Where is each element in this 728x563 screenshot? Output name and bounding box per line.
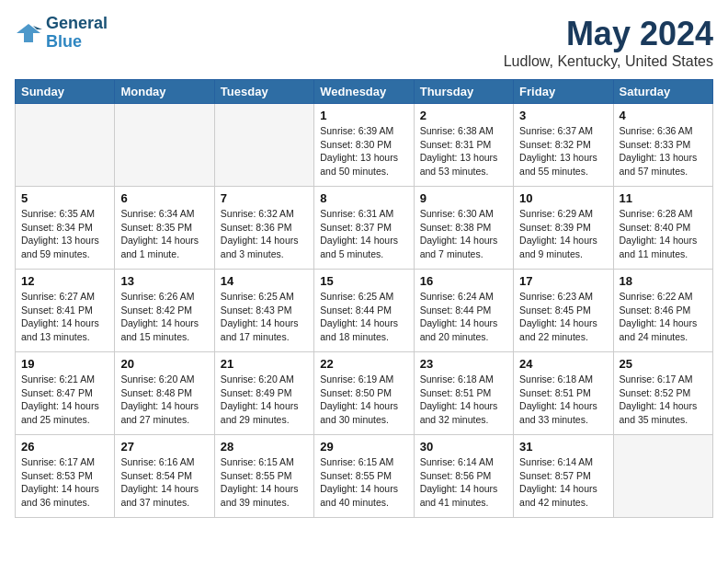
day-info: Sunrise: 6:38 AMSunset: 8:31 PMDaylight:… — [420, 124, 507, 178]
calendar-cell: 14Sunrise: 6:25 AMSunset: 8:43 PMDayligh… — [214, 270, 313, 352]
day-number: 28 — [221, 440, 308, 454]
calendar-cell: 2Sunrise: 6:38 AMSunset: 8:31 PMDaylight… — [414, 104, 513, 187]
day-number: 29 — [320, 440, 407, 454]
calendar-cell: 1Sunrise: 6:39 AMSunset: 8:30 PMDaylight… — [314, 104, 414, 187]
calendar-cell: 26Sunrise: 6:17 AMSunset: 8:53 PMDayligh… — [16, 435, 115, 518]
day-info: Sunrise: 6:25 AMSunset: 8:44 PMDaylight:… — [320, 290, 407, 344]
day-info: Sunrise: 6:31 AMSunset: 8:37 PMDaylight:… — [320, 207, 407, 261]
day-number: 2 — [420, 109, 507, 122]
calendar-cell — [16, 104, 115, 187]
calendar-header-sunday: Sunday — [16, 80, 115, 104]
calendar-cell: 3Sunrise: 6:37 AMSunset: 8:32 PMDaylight… — [514, 104, 613, 187]
calendar-cell: 6Sunrise: 6:34 AMSunset: 8:35 PMDaylight… — [115, 187, 214, 270]
calendar-week-4: 19Sunrise: 6:21 AMSunset: 8:47 PMDayligh… — [16, 352, 713, 435]
subtitle: Ludlow, Kentucky, United States — [504, 53, 713, 70]
calendar-header-row: SundayMondayTuesdayWednesdayThursdayFrid… — [16, 80, 713, 104]
logo-text: GeneralBlue — [46, 15, 108, 52]
day-number: 4 — [620, 109, 707, 122]
calendar-cell: 15Sunrise: 6:25 AMSunset: 8:44 PMDayligh… — [314, 270, 414, 352]
calendar-cell: 16Sunrise: 6:24 AMSunset: 8:44 PMDayligh… — [414, 270, 513, 352]
day-number: 6 — [120, 191, 208, 205]
day-info: Sunrise: 6:26 AMSunset: 8:42 PMDaylight:… — [120, 290, 208, 344]
calendar-header-friday: Friday — [514, 80, 613, 104]
day-info: Sunrise: 6:35 AMSunset: 8:34 PMDaylight:… — [21, 207, 108, 261]
calendar-cell: 11Sunrise: 6:28 AMSunset: 8:40 PMDayligh… — [613, 187, 712, 270]
calendar-cell: 9Sunrise: 6:30 AMSunset: 8:38 PMDaylight… — [414, 187, 513, 270]
day-info: Sunrise: 6:21 AMSunset: 8:47 PMDaylight:… — [21, 373, 108, 427]
day-number: 30 — [420, 440, 507, 454]
day-info: Sunrise: 6:18 AMSunset: 8:51 PMDaylight:… — [420, 373, 507, 427]
calendar-week-5: 26Sunrise: 6:17 AMSunset: 8:53 PMDayligh… — [16, 435, 713, 518]
day-number: 14 — [221, 274, 308, 288]
day-info: Sunrise: 6:32 AMSunset: 8:36 PMDaylight:… — [221, 207, 308, 261]
calendar-cell: 24Sunrise: 6:18 AMSunset: 8:51 PMDayligh… — [514, 352, 613, 435]
logo-bird-icon — [15, 20, 42, 46]
day-info: Sunrise: 6:14 AMSunset: 8:57 PMDaylight:… — [519, 455, 607, 510]
day-number: 13 — [120, 274, 208, 288]
day-number: 24 — [519, 357, 607, 371]
day-number: 9 — [420, 191, 507, 205]
day-info: Sunrise: 6:27 AMSunset: 8:41 PMDaylight:… — [21, 290, 108, 344]
day-number: 1 — [320, 109, 407, 122]
day-number: 8 — [320, 191, 407, 205]
day-number: 12 — [21, 274, 108, 288]
calendar-cell: 13Sunrise: 6:26 AMSunset: 8:42 PMDayligh… — [115, 270, 214, 352]
day-info: Sunrise: 6:22 AMSunset: 8:46 PMDaylight:… — [620, 290, 707, 344]
day-number: 25 — [620, 357, 707, 371]
calendar-cell: 31Sunrise: 6:14 AMSunset: 8:57 PMDayligh… — [514, 435, 613, 518]
calendar-cell: 25Sunrise: 6:17 AMSunset: 8:52 PMDayligh… — [613, 352, 712, 435]
day-info: Sunrise: 6:39 AMSunset: 8:30 PMDaylight:… — [320, 124, 407, 178]
calendar-cell: 28Sunrise: 6:15 AMSunset: 8:55 PMDayligh… — [214, 435, 313, 518]
calendar-cell: 18Sunrise: 6:22 AMSunset: 8:46 PMDayligh… — [613, 270, 712, 352]
calendar-cell: 22Sunrise: 6:19 AMSunset: 8:50 PMDayligh… — [314, 352, 414, 435]
logo: GeneralBlue — [15, 15, 108, 52]
day-number: 5 — [21, 191, 108, 205]
day-info: Sunrise: 6:20 AMSunset: 8:49 PMDaylight:… — [221, 373, 308, 427]
day-number: 22 — [320, 357, 407, 371]
calendar-cell: 20Sunrise: 6:20 AMSunset: 8:48 PMDayligh… — [115, 352, 214, 435]
day-info: Sunrise: 6:24 AMSunset: 8:44 PMDaylight:… — [420, 290, 507, 344]
day-number: 15 — [320, 274, 407, 288]
calendar-cell — [115, 104, 214, 187]
calendar-header-thursday: Thursday — [414, 80, 513, 104]
day-number: 3 — [519, 109, 607, 122]
calendar-cell: 4Sunrise: 6:36 AMSunset: 8:33 PMDaylight… — [613, 104, 712, 187]
day-info: Sunrise: 6:15 AMSunset: 8:55 PMDaylight:… — [221, 455, 308, 510]
calendar-cell: 21Sunrise: 6:20 AMSunset: 8:49 PMDayligh… — [214, 352, 313, 435]
day-number: 23 — [420, 357, 507, 371]
day-info: Sunrise: 6:29 AMSunset: 8:39 PMDaylight:… — [519, 207, 607, 261]
calendar-header-wednesday: Wednesday — [314, 80, 414, 104]
day-info: Sunrise: 6:15 AMSunset: 8:55 PMDaylight:… — [320, 455, 407, 510]
day-number: 31 — [519, 440, 607, 454]
day-info: Sunrise: 6:25 AMSunset: 8:43 PMDaylight:… — [221, 290, 308, 344]
day-number: 26 — [21, 440, 108, 454]
day-info: Sunrise: 6:18 AMSunset: 8:51 PMDaylight:… — [519, 373, 607, 427]
day-info: Sunrise: 6:30 AMSunset: 8:38 PMDaylight:… — [420, 207, 507, 261]
calendar-cell: 29Sunrise: 6:15 AMSunset: 8:55 PMDayligh… — [314, 435, 414, 518]
calendar-cell: 5Sunrise: 6:35 AMSunset: 8:34 PMDaylight… — [16, 187, 115, 270]
calendar-week-2: 5Sunrise: 6:35 AMSunset: 8:34 PMDaylight… — [16, 187, 713, 270]
calendar-header-tuesday: Tuesday — [214, 80, 313, 104]
calendar-week-3: 12Sunrise: 6:27 AMSunset: 8:41 PMDayligh… — [16, 270, 713, 352]
day-number: 19 — [21, 357, 108, 371]
day-number: 11 — [620, 191, 707, 205]
page-header: GeneralBlue May 2024 Ludlow, Kentucky, U… — [15, 15, 713, 70]
calendar-week-1: 1Sunrise: 6:39 AMSunset: 8:30 PMDaylight… — [16, 104, 713, 187]
day-number: 21 — [221, 357, 308, 371]
day-info: Sunrise: 6:17 AMSunset: 8:52 PMDaylight:… — [620, 373, 707, 427]
day-number: 10 — [519, 191, 607, 205]
calendar-cell: 19Sunrise: 6:21 AMSunset: 8:47 PMDayligh… — [16, 352, 115, 435]
day-info: Sunrise: 6:14 AMSunset: 8:56 PMDaylight:… — [420, 455, 507, 510]
day-number: 16 — [420, 274, 507, 288]
title-block: May 2024 Ludlow, Kentucky, United States — [504, 15, 713, 70]
day-info: Sunrise: 6:37 AMSunset: 8:32 PMDaylight:… — [519, 124, 607, 178]
day-info: Sunrise: 6:34 AMSunset: 8:35 PMDaylight:… — [120, 207, 208, 261]
day-number: 18 — [620, 274, 707, 288]
day-info: Sunrise: 6:16 AMSunset: 8:54 PMDaylight:… — [120, 455, 208, 510]
calendar-cell: 27Sunrise: 6:16 AMSunset: 8:54 PMDayligh… — [115, 435, 214, 518]
svg-marker-0 — [17, 24, 40, 42]
calendar-header-monday: Monday — [115, 80, 214, 104]
calendar-cell: 23Sunrise: 6:18 AMSunset: 8:51 PMDayligh… — [414, 352, 513, 435]
calendar-table: SundayMondayTuesdayWednesdayThursdayFrid… — [15, 79, 713, 518]
main-title: May 2024 — [504, 15, 713, 53]
